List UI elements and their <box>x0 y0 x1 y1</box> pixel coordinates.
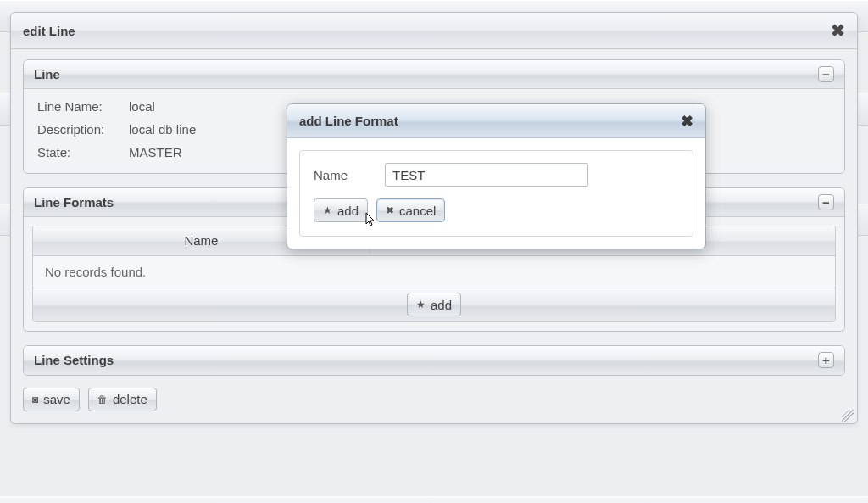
field-label: Line Name: <box>37 99 129 114</box>
save-icon: ◙ <box>32 394 38 405</box>
close-icon[interactable]: ✖ <box>681 112 693 131</box>
form-row-name: Name <box>314 163 679 187</box>
resize-handle[interactable] <box>842 410 854 422</box>
button-label: delete <box>113 392 147 406</box>
star-icon: ★ <box>416 299 426 310</box>
dialog-title: edit Line <box>23 24 831 38</box>
trash-icon: 🗑 <box>97 394 108 405</box>
field-label: State: <box>37 145 129 159</box>
line-settings-panel-title: Line Settings <box>34 353 818 367</box>
close-icon[interactable]: ✖ <box>831 22 845 39</box>
table-row: No records found. <box>33 255 835 288</box>
button-label: save <box>43 392 70 406</box>
modal-actions: ★ add ✖ cancel <box>314 198 679 222</box>
line-settings-panel: Line Settings + <box>23 345 845 376</box>
add-line-format-dialog: add Line Format ✖ Name ★ add ✖ cancel <box>287 103 706 249</box>
button-label: add <box>431 298 452 312</box>
table-footer: ★ add <box>33 288 835 321</box>
modal-add-button[interactable]: ★ add <box>314 198 368 222</box>
dialog-actions: ◙ save 🗑 delete <box>23 388 845 411</box>
dialog-titlebar[interactable]: edit Line ✖ <box>11 13 857 49</box>
delete-button[interactable]: 🗑 delete <box>88 388 157 411</box>
add-format-button[interactable]: ★ add <box>407 293 461 316</box>
field-value: local db line <box>129 122 196 137</box>
x-icon: ✖ <box>386 204 394 216</box>
collapse-icon[interactable]: − <box>818 66 834 82</box>
modal-inner: Name ★ add ✖ cancel <box>299 150 693 237</box>
modal-title: add Line Format <box>299 114 681 128</box>
field-value: local <box>129 99 155 114</box>
line-panel-title: Line <box>34 67 818 81</box>
line-settings-panel-header[interactable]: Line Settings + <box>24 346 844 375</box>
modal-titlebar[interactable]: add Line Format ✖ <box>287 104 705 138</box>
name-input[interactable] <box>385 163 588 187</box>
save-button[interactable]: ◙ save <box>23 388 80 411</box>
field-value: MASTER <box>129 145 182 159</box>
button-label: add <box>337 204 359 218</box>
empty-message: No records found. <box>33 255 835 288</box>
button-label: cancel <box>399 204 436 218</box>
field-label: Description: <box>37 122 129 137</box>
expand-icon[interactable]: + <box>818 352 834 368</box>
name-label: Name <box>314 168 373 182</box>
modal-cancel-button[interactable]: ✖ cancel <box>376 198 445 222</box>
modal-body: Name ★ add ✖ cancel <box>287 138 705 249</box>
star-icon: ★ <box>323 204 332 216</box>
collapse-icon[interactable]: − <box>818 194 834 210</box>
line-panel-header[interactable]: Line − <box>24 60 844 89</box>
